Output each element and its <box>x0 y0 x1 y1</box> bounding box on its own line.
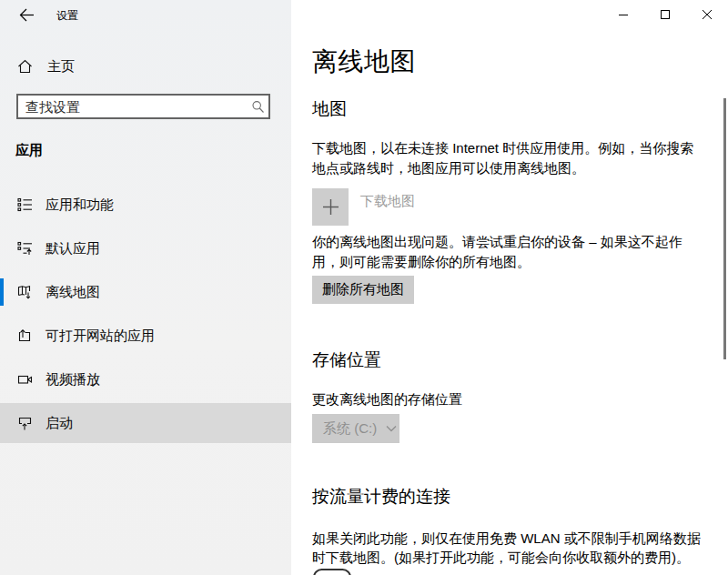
sidebar-item-default-apps[interactable]: 默认应用 <box>0 228 291 268</box>
home-icon <box>16 58 33 75</box>
home-label: 主页 <box>47 58 75 76</box>
chevron-down-icon <box>386 425 397 432</box>
nav-label: 离线地图 <box>46 284 100 301</box>
back-arrow-icon <box>19 8 35 22</box>
maps-heading: 地图 <box>312 97 347 121</box>
minimize-button[interactable] <box>602 0 644 29</box>
storage-heading: 存储位置 <box>312 348 381 372</box>
video-playback-icon <box>16 371 33 388</box>
sidebar-item-offline-maps[interactable]: 离线地图 <box>0 272 291 312</box>
search-input[interactable] <box>18 96 247 117</box>
search-box[interactable] <box>16 94 270 119</box>
close-icon <box>702 9 713 20</box>
sidebar-item-apps-for-websites[interactable]: 可打开网站的应用 <box>0 316 291 356</box>
metered-toggle[interactable] <box>313 569 351 575</box>
nav-label: 应用和功能 <box>46 197 114 214</box>
delete-all-maps-button[interactable]: 删除所有地图 <box>312 276 414 304</box>
default-apps-icon <box>16 240 33 257</box>
sidebar: 设置 主页 <box>0 0 291 575</box>
maximize-button[interactable] <box>644 0 686 29</box>
search-icon <box>247 100 268 114</box>
scrollbar[interactable] <box>723 98 726 359</box>
window-title: 设置 <box>56 8 78 24</box>
plus-icon <box>312 188 349 226</box>
maps-problem-text: 你的离线地图出现问题。请尝试重启你的设备 – 如果这不起作用，则可能需要删除你的… <box>312 232 705 272</box>
sidebar-item-startup[interactable]: 启动 <box>0 403 291 443</box>
back-button[interactable] <box>9 2 44 27</box>
nav-label: 默认应用 <box>46 240 100 257</box>
metered-heading: 按流量计费的连接 <box>312 485 450 509</box>
sidebar-item-home[interactable]: 主页 <box>0 54 291 79</box>
storage-location-dropdown[interactable]: 系统 (C:) <box>312 414 399 443</box>
maximize-icon <box>660 9 671 20</box>
maps-description: 下载地图，以在未连接 Internet 时供应用使用。例如，当你搜索地点或路线时… <box>312 138 705 178</box>
sidebar-section-header: 应用 <box>15 142 43 159</box>
sidebar-item-apps-features[interactable]: 应用和功能 <box>0 185 291 225</box>
download-maps-button[interactable]: 下载地图 <box>312 188 415 226</box>
sidebar-nav: 应用和功能 默认应用 <box>0 185 291 447</box>
settings-window: 设置 主页 <box>0 0 728 575</box>
startup-icon <box>16 415 33 431</box>
main-content: 离线地图 地图 下载地图，以在未连接 Internet 时供应用使用。例如，当你… <box>291 0 728 575</box>
close-button[interactable] <box>686 0 728 29</box>
apps-features-icon <box>16 197 33 213</box>
caption-buttons <box>602 0 728 29</box>
page-title: 离线地图 <box>312 45 416 79</box>
storage-description: 更改离线地图的存储位置 <box>312 389 705 409</box>
nav-label: 视频播放 <box>46 371 100 388</box>
download-maps-label: 下载地图 <box>360 193 415 210</box>
apps-for-websites-icon <box>16 328 33 344</box>
storage-location-value: 系统 (C:) <box>323 420 377 438</box>
offline-maps-icon <box>16 284 33 300</box>
selected-indicator <box>0 278 4 306</box>
metered-description: 如果关闭此功能，则仅在使用免费 WLAN 或不限制手机网络数据时下载地图。(如果… <box>312 529 705 567</box>
nav-label: 可打开网站的应用 <box>46 328 155 345</box>
minimize-icon <box>618 9 629 20</box>
nav-label: 启动 <box>46 415 73 432</box>
sidebar-item-video-playback[interactable]: 视频播放 <box>0 359 291 399</box>
